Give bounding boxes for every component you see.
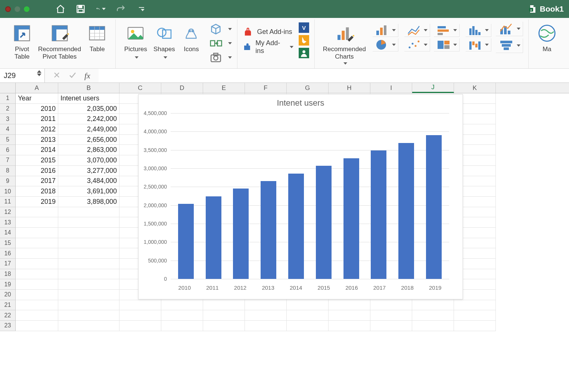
cell-A1[interactable]: Year bbox=[16, 93, 58, 104]
cell-F21[interactable] bbox=[245, 300, 287, 311]
window-maximize-button[interactable] bbox=[24, 6, 29, 12]
cell-B15[interactable] bbox=[58, 238, 119, 249]
cell-B8[interactable]: 3,277,000 bbox=[58, 166, 119, 176]
cell-B2[interactable]: 2,035,000 bbox=[58, 104, 119, 114]
cell-A7[interactable]: 2015 bbox=[16, 155, 58, 166]
cell-A21[interactable] bbox=[16, 300, 58, 311]
cell-A6[interactable]: 2014 bbox=[16, 145, 58, 155]
recommended-charts-button[interactable]: Recommended Charts bbox=[320, 22, 369, 65]
cell-A12[interactable] bbox=[16, 207, 58, 218]
cell-G22[interactable] bbox=[287, 310, 329, 321]
cell-B1[interactable]: Intenet users bbox=[58, 93, 119, 104]
cell-B9[interactable]: 3,484,000 bbox=[58, 176, 119, 187]
waterfall-button[interactable] bbox=[466, 38, 491, 52]
cell-A8[interactable]: 2016 bbox=[16, 166, 58, 176]
pivot-table-button[interactable]: Pivot Table bbox=[9, 22, 35, 60]
fx-icon[interactable]: fx bbox=[84, 71, 90, 81]
cell-A22[interactable] bbox=[16, 310, 58, 321]
cell-I23[interactable] bbox=[370, 321, 412, 331]
window-minimize-button[interactable] bbox=[15, 6, 20, 12]
cell-C23[interactable] bbox=[119, 321, 161, 331]
cell-F23[interactable] bbox=[245, 321, 287, 331]
smartart-button[interactable] bbox=[209, 37, 232, 50]
recommended-pivot-tables-button[interactable]: Recommended Pivot Tables bbox=[35, 22, 84, 60]
cancel-formula-icon[interactable] bbox=[53, 71, 60, 80]
maps-button[interactable]: Ma bbox=[534, 22, 560, 53]
cell-H22[interactable] bbox=[329, 310, 370, 321]
column-header-K[interactable]: K bbox=[454, 83, 496, 93]
cell-B18[interactable] bbox=[58, 269, 119, 280]
row-header[interactable]: 23 bbox=[0, 321, 16, 331]
row-header[interactable]: 2 bbox=[0, 104, 16, 114]
cell-H21[interactable] bbox=[329, 300, 370, 311]
row-header[interactable]: 20 bbox=[0, 290, 16, 300]
cell-B14[interactable] bbox=[58, 228, 119, 238]
line-chart-button[interactable] bbox=[404, 24, 430, 37]
cell-B13[interactable] bbox=[58, 217, 119, 228]
cell-I22[interactable] bbox=[370, 310, 412, 321]
cell-K22[interactable] bbox=[454, 310, 496, 321]
cell-B22[interactable] bbox=[58, 310, 119, 321]
embedded-chart[interactable]: Intenet users 0500,0001,000,0001,500,000… bbox=[138, 94, 463, 299]
cell-C21[interactable] bbox=[119, 300, 161, 311]
column-header-J[interactable]: J bbox=[412, 83, 454, 93]
cell-B21[interactable] bbox=[58, 300, 119, 311]
row-header[interactable]: 10 bbox=[0, 186, 16, 197]
cell-B7[interactable]: 3,070,000 bbox=[58, 155, 119, 166]
cell-E22[interactable] bbox=[203, 310, 245, 321]
cell-G21[interactable] bbox=[287, 300, 329, 311]
cell-B23[interactable] bbox=[58, 321, 119, 331]
funnel-chart-button[interactable] bbox=[496, 38, 523, 53]
cell-A18[interactable] bbox=[16, 269, 58, 280]
cell-J22[interactable] bbox=[412, 310, 454, 321]
cell-H23[interactable] bbox=[329, 321, 370, 331]
row-header[interactable]: 17 bbox=[0, 259, 16, 269]
cell-A17[interactable] bbox=[16, 259, 58, 269]
column-header-A[interactable]: A bbox=[16, 83, 58, 93]
cell-A16[interactable] bbox=[16, 248, 58, 259]
row-header[interactable]: 19 bbox=[0, 279, 16, 290]
row-header[interactable]: 14 bbox=[0, 228, 16, 238]
cell-B6[interactable]: 2,863,000 bbox=[58, 145, 119, 155]
row-header[interactable]: 22 bbox=[0, 310, 16, 321]
cell-K23[interactable] bbox=[454, 321, 496, 331]
row-header[interactable]: 18 bbox=[0, 269, 16, 280]
row-header[interactable]: 4 bbox=[0, 124, 16, 135]
scatter-chart-button[interactable] bbox=[404, 38, 430, 52]
select-all-corner[interactable] bbox=[0, 83, 16, 93]
cell-B19[interactable] bbox=[58, 279, 119, 290]
cell-A20[interactable] bbox=[16, 290, 58, 300]
namebox-down-icon[interactable] bbox=[37, 74, 41, 76]
cell-D22[interactable] bbox=[161, 310, 203, 321]
row-header[interactable]: 6 bbox=[0, 145, 16, 155]
visio-addin-icon[interactable]: V bbox=[299, 22, 309, 34]
cell-B20[interactable] bbox=[58, 290, 119, 300]
namebox-up-icon[interactable] bbox=[37, 70, 41, 73]
screenshot-button[interactable] bbox=[209, 51, 232, 64]
undo-icon[interactable] bbox=[96, 4, 106, 14]
table-button[interactable]: Table bbox=[84, 22, 110, 53]
icons-button[interactable]: Icons bbox=[178, 22, 204, 53]
column-header-C[interactable]: C bbox=[119, 83, 161, 93]
histogram-button[interactable] bbox=[466, 24, 491, 37]
cell-A4[interactable]: 2012 bbox=[16, 124, 58, 135]
column-header-E[interactable]: E bbox=[203, 83, 245, 93]
row-header[interactable]: 11 bbox=[0, 197, 16, 207]
cell-B17[interactable] bbox=[58, 259, 119, 269]
cell-J23[interactable] bbox=[412, 321, 454, 331]
cell-A5[interactable]: 2013 bbox=[16, 135, 58, 145]
cell-J21[interactable] bbox=[412, 300, 454, 311]
my-addins-button[interactable]: My Add-ins bbox=[243, 42, 293, 52]
cell-A11[interactable]: 2019 bbox=[16, 197, 58, 207]
cell-E23[interactable] bbox=[203, 321, 245, 331]
column-header-D[interactable]: D bbox=[161, 83, 203, 93]
enter-formula-icon[interactable] bbox=[69, 71, 76, 80]
row-header[interactable]: 9 bbox=[0, 176, 16, 187]
cell-K21[interactable] bbox=[454, 300, 496, 311]
shapes-button[interactable]: Shapes bbox=[150, 22, 178, 60]
cell-A14[interactable] bbox=[16, 228, 58, 238]
cell-A3[interactable]: 2011 bbox=[16, 114, 58, 124]
cell-B12[interactable] bbox=[58, 207, 119, 218]
cell-A13[interactable] bbox=[16, 217, 58, 228]
save-icon[interactable] bbox=[76, 4, 85, 14]
